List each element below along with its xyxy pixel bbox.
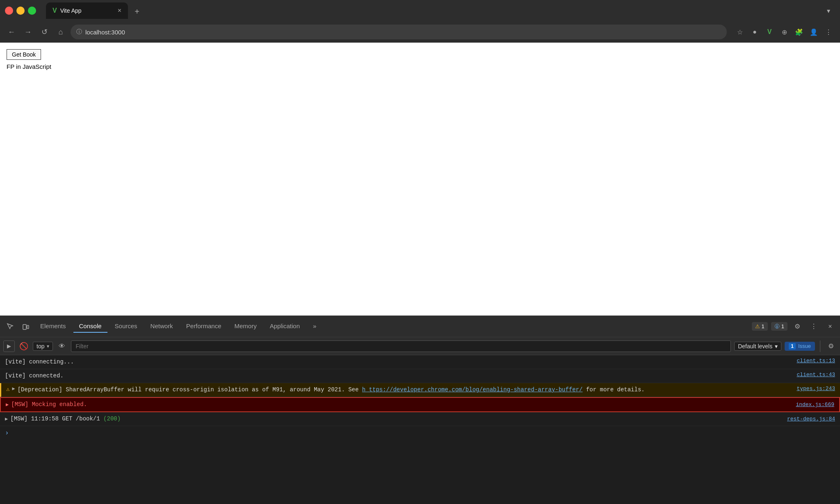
console-log-msw-get: ▶ [MSW] 11:19:58 GET /book/1 (200) rest-… [0, 412, 840, 426]
console-stream-button[interactable]: ▶ [3, 341, 15, 352]
back-button[interactable]: ← [5, 25, 18, 39]
console-line-content: [vite] connecting... [5, 358, 797, 366]
info-count: 1 [781, 323, 784, 329]
page-content: Get Book FP in JavaScript [0, 43, 840, 316]
devtools-settings-button[interactable]: ⚙ [791, 320, 804, 333]
tab-elements[interactable]: Elements [34, 320, 72, 333]
http-status: (200) [103, 415, 121, 422]
nav-bar: ← → ↺ ⌂ ⓘ localhost:3000 ☆ ● V ⊕ 🧩 👤 ⋮ [0, 21, 840, 43]
address-bar[interactable]: ⓘ localhost:3000 [71, 25, 727, 39]
console-log-vite-connecting: [vite] connecting... client.ts:13 [0, 355, 840, 369]
console-levels-label: Default levels [738, 343, 772, 350]
console-filter [71, 341, 731, 352]
info-icon: 🛈 [774, 323, 780, 329]
deprecation-link[interactable]: h ttps://developer.chrome.com/blog/enabl… [362, 386, 583, 393]
browser-tab[interactable]: V Vite App × [46, 2, 128, 19]
warning-triangle-icon: ⚠ [6, 386, 9, 393]
levels-chevron-down-icon: ▾ [775, 343, 778, 350]
tab-console[interactable]: Console [73, 320, 107, 333]
tab-network[interactable]: Network [145, 320, 179, 333]
console-file-link[interactable]: types.js:243 [797, 386, 835, 392]
msw-mocking-text: [MSW] Mocking enabled. [11, 401, 87, 408]
tab-favicon: V [52, 7, 57, 14]
tab-sources[interactable]: Sources [109, 320, 143, 333]
reload-button[interactable]: ↺ [38, 25, 51, 39]
warning-badge[interactable]: ⚠ 1 [752, 322, 768, 331]
console-file-link[interactable]: client.ts:43 [797, 372, 835, 378]
msw-get-prefix: [MSW] 11:19:58 GET /book/1 [10, 415, 103, 422]
console-context-selector[interactable]: top ▾ [33, 342, 53, 351]
console-line-content: [MSW] Mocking enabled. [11, 400, 796, 409]
bookmark-button[interactable]: ☆ [733, 25, 746, 39]
devtools-panel: Elements Console Sources Network Perform… [0, 316, 840, 504]
tab-bar: V Vite App × + [46, 2, 819, 19]
warning-count: 1 [762, 323, 765, 329]
expand-arrow-icon[interactable]: ▶ [6, 402, 9, 408]
sidebar-divider [820, 341, 820, 352]
device-toolbar-button[interactable] [19, 320, 33, 334]
console-eye-button[interactable]: 👁 [56, 341, 68, 352]
console-file-link[interactable]: rest-deps.js:84 [787, 416, 835, 422]
console-log-msw-mocking: ▶ [MSW] Mocking enabled. index.js:669 [0, 397, 840, 412]
chevron-down-icon: ▾ [47, 343, 49, 349]
warning-icon: ⚠ [755, 323, 760, 329]
console-output: [vite] connecting... client.ts:13 [vite]… [0, 355, 840, 504]
console-context-label: top [37, 343, 44, 350]
console-filter-input[interactable] [71, 341, 731, 352]
tab-memory[interactable]: Memory [229, 320, 262, 333]
issues-icon: 1 [789, 343, 796, 350]
close-window-button[interactable] [5, 7, 13, 15]
console-clear-button[interactable]: 🚫 [18, 341, 30, 352]
console-prompt-icon: › [5, 429, 9, 437]
tab-application[interactable]: Application [264, 320, 306, 333]
issues-label: Issue [798, 343, 811, 349]
devtools-toolbar: Elements Console Sources Network Perform… [0, 316, 840, 337]
console-line-content: [vite] connected. [5, 372, 797, 380]
secure-icon: ⓘ [76, 28, 82, 36]
new-tab-button[interactable]: + [130, 4, 144, 19]
minimize-window-button[interactable] [16, 7, 25, 15]
tab-performance[interactable]: Performance [180, 320, 227, 333]
devtools-close-button[interactable]: × [824, 320, 837, 333]
extension-cursor-icon[interactable]: ⊕ [778, 25, 791, 39]
inspect-element-button[interactable] [3, 320, 17, 334]
expand-arrow-icon[interactable]: ▶ [5, 416, 8, 422]
tab-more[interactable]: » [307, 320, 322, 333]
devtools-more-button[interactable]: ⋮ [807, 320, 820, 333]
devtools-toolbar-right: ⚠ 1 🛈 1 ⚙ ⋮ × [752, 320, 837, 333]
issues-badge[interactable]: 1 Issue [785, 342, 815, 351]
extension-icon-1[interactable]: ● [748, 25, 761, 39]
address-text: localhost:3000 [85, 29, 125, 36]
tab-title: Vite App [60, 7, 82, 14]
console-input-line[interactable]: › [0, 426, 840, 440]
expand-arrow-icon[interactable]: ▶ [12, 386, 15, 392]
menu-button[interactable]: ⋮ [822, 25, 835, 39]
svg-rect-0 [23, 325, 26, 329]
home-button[interactable]: ⌂ [54, 25, 67, 39]
console-line-content: [MSW] 11:19:58 GET /book/1 (200) [10, 415, 787, 423]
browser-window: V Vite App × + ▾ ← → ↺ ⌂ ⓘ localhost:300… [0, 0, 840, 504]
console-line-content: [Deprecation] SharedArrayBuffer will req… [18, 386, 797, 394]
profile-button[interactable]: 👤 [807, 25, 820, 39]
info-badge[interactable]: 🛈 1 [771, 322, 788, 331]
title-bar: V Vite App × + ▾ [0, 0, 840, 21]
console-toolbar: ▶ 🚫 top ▾ 👁 Default levels ▾ 1 Issue ⚙ [0, 337, 840, 355]
book-title-text: FP in JavaScript [7, 63, 833, 70]
tab-menu-button[interactable]: ▾ [822, 4, 835, 17]
traffic-lights [5, 7, 36, 15]
console-log-vite-connected: [vite] connected. client.ts:43 [0, 369, 840, 383]
console-levels-selector[interactable]: Default levels ▾ [734, 342, 781, 351]
console-log-deprecation: ⚠ ▶ [Deprecation] SharedArrayBuffer will… [0, 383, 840, 397]
nav-actions: ☆ ● V ⊕ 🧩 👤 ⋮ [733, 25, 835, 39]
console-file-link[interactable]: client.ts:13 [797, 358, 835, 364]
extensions-button[interactable]: 🧩 [792, 25, 806, 39]
console-file-link[interactable]: index.js:669 [796, 402, 834, 408]
tab-close-button[interactable]: × [118, 7, 121, 14]
console-filter-settings-button[interactable]: ⚙ [825, 341, 837, 352]
svg-rect-1 [27, 325, 29, 329]
get-book-button[interactable]: Get Book [7, 49, 41, 60]
forward-button[interactable]: → [21, 25, 34, 39]
maximize-window-button[interactable] [28, 7, 36, 15]
extension-vite-icon[interactable]: V [763, 25, 776, 39]
